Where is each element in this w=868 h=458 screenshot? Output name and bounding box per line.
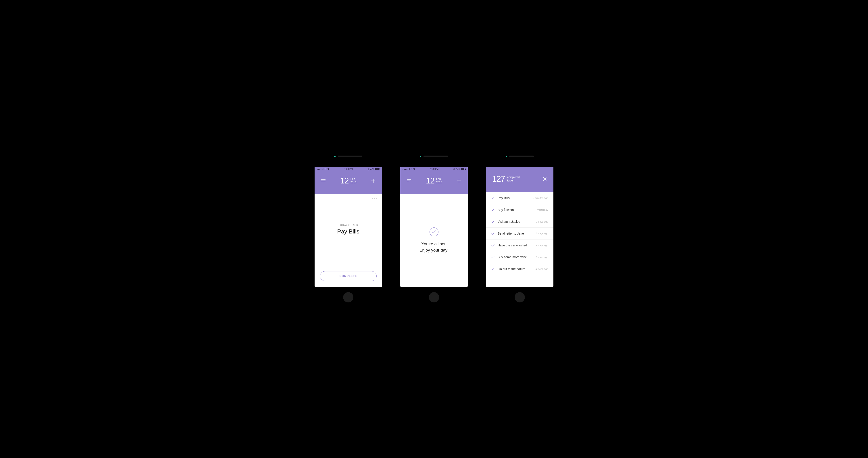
all-set-message: You're all set. Enjoy your day! xyxy=(420,241,449,253)
phone-top-hardware xyxy=(506,156,534,157)
home-button[interactable] xyxy=(343,292,353,302)
completed-count-display: 127 completed tasks xyxy=(492,174,520,184)
bluetooth-icon xyxy=(454,168,455,170)
check-icon xyxy=(491,221,495,223)
completed-task-row[interactable]: Buy flowersyesterday xyxy=(486,204,553,216)
camera-dot xyxy=(420,156,421,157)
check-circle-icon xyxy=(430,227,438,236)
status-time: 1:20 PM xyxy=(430,168,438,170)
status-bar: FB 1:20 PM 77% xyxy=(400,167,468,171)
battery-icon xyxy=(461,168,465,170)
completed-list[interactable]: Pay Bills5 minutes agoBuy flowersyesterd… xyxy=(486,192,553,287)
speaker-slot xyxy=(338,156,362,157)
completed-task-row[interactable]: Visit aunt Jackie2 days ago xyxy=(486,216,553,228)
today-task-body: TODAY'S TASK Pay Bills COMPLETE xyxy=(315,194,382,287)
task-content: TODAY'S TASK Pay Bills xyxy=(315,187,382,271)
add-task-button[interactable] xyxy=(457,178,461,183)
check-icon xyxy=(491,256,495,258)
all-set-line1: You're all set. xyxy=(420,241,449,247)
completed-task-row[interactable]: Send letter to Jane3 days ago xyxy=(486,228,553,239)
completed-task-name: Buy flowers xyxy=(498,208,537,211)
header-main: 12 Feb 2016 xyxy=(400,171,468,194)
date-display: 12 Feb 2016 xyxy=(426,176,442,186)
completed-task-name: Have the car washed xyxy=(498,243,536,247)
camera-dot xyxy=(506,156,507,157)
sort-icon[interactable] xyxy=(407,178,411,183)
phone-top-hardware xyxy=(420,156,448,157)
wifi-icon xyxy=(327,168,330,170)
camera-dot xyxy=(334,156,336,157)
completed-task-time: yesterday xyxy=(537,208,548,211)
completed-task-row[interactable]: Pay Bills5 minutes ago xyxy=(486,192,553,204)
completed-task-time: 2 days ago xyxy=(536,220,548,223)
check-icon xyxy=(491,268,495,270)
phone-mockup-2: FB 1:20 PM 77% 12 Feb 201 xyxy=(397,156,471,302)
completed-task-time: 5 days ago xyxy=(536,256,548,258)
menu-icon[interactable] xyxy=(321,178,326,183)
date-month: Feb xyxy=(350,177,356,181)
battery-percent: 77% xyxy=(370,168,374,170)
completed-label-2: tasks xyxy=(507,179,520,182)
battery-percent: 77% xyxy=(456,168,460,170)
completed-task-name: Visit aunt Jackie xyxy=(498,220,536,223)
task-section-label: TODAY'S TASK xyxy=(338,224,358,226)
completed-task-name: Buy some more wine xyxy=(498,255,536,259)
completed-task-time: 3 days ago xyxy=(536,232,548,235)
date-year: 2016 xyxy=(436,181,442,184)
status-right: 77% xyxy=(368,168,380,170)
phone-mockup-3: 127 completed tasks Pay Bills5 minutes a… xyxy=(483,156,556,302)
complete-button-label: COMPLETE xyxy=(340,274,357,277)
app-header: 127 completed tasks xyxy=(486,167,553,192)
completed-task-name: Pay Bills xyxy=(498,196,533,200)
more-icon[interactable] xyxy=(372,198,377,199)
check-icon xyxy=(491,197,495,199)
close-button[interactable] xyxy=(542,176,547,182)
completed-task-time: 4 days ago xyxy=(536,244,548,247)
status-left: FB xyxy=(403,168,415,170)
phone-mockup-1: FB 1:20 PM 77% 12 Feb 201 xyxy=(312,156,385,302)
all-set-line2: Enjoy your day! xyxy=(420,247,449,253)
carrier-label: FB xyxy=(409,168,412,170)
phone-top-hardware xyxy=(334,156,362,157)
date-month: Feb xyxy=(436,177,442,181)
completed-label-1: completed xyxy=(507,176,520,179)
home-button[interactable] xyxy=(429,292,439,302)
completed-task-row[interactable]: Go out to the naturea week ago xyxy=(486,263,553,275)
battery-icon xyxy=(375,168,380,170)
status-time: 1:20 PM xyxy=(344,168,353,170)
completed-task-name: Go out to the nature xyxy=(498,267,535,271)
completed-task-row[interactable]: Buy some more wine5 days ago xyxy=(486,251,553,263)
completed-task-name: Send letter to Jane xyxy=(498,232,536,235)
screen-completed-list: 127 completed tasks Pay Bills5 minutes a… xyxy=(486,167,553,287)
home-button[interactable] xyxy=(515,292,525,302)
all-set-body: You're all set. Enjoy your day! xyxy=(400,194,468,287)
task-title: Pay Bills xyxy=(337,228,360,235)
signal-icon xyxy=(317,169,322,170)
check-icon xyxy=(491,244,495,247)
check-icon xyxy=(491,232,495,235)
completed-task-time: a week ago xyxy=(535,268,548,270)
completed-task-time: 5 minutes ago xyxy=(533,197,548,199)
app-header: FB 1:20 PM 77% 12 Feb 201 xyxy=(400,167,468,194)
status-left: FB xyxy=(317,168,330,170)
check-icon xyxy=(491,209,495,211)
complete-button[interactable]: COMPLETE xyxy=(320,271,377,281)
speaker-slot xyxy=(509,156,534,157)
header-main: 127 completed tasks xyxy=(486,167,553,192)
screen-today-task: FB 1:20 PM 77% 12 Feb 201 xyxy=(315,167,382,287)
wifi-icon xyxy=(413,168,415,170)
carrier-label: FB xyxy=(323,168,327,170)
bluetooth-icon xyxy=(368,168,369,170)
signal-icon xyxy=(403,169,408,170)
date-year: 2016 xyxy=(350,181,356,184)
status-bar: FB 1:20 PM 77% xyxy=(315,167,382,171)
date-day: 12 xyxy=(426,176,434,186)
add-task-button[interactable] xyxy=(371,178,376,183)
status-right: 77% xyxy=(454,168,465,170)
screen-all-set: FB 1:20 PM 77% 12 Feb 201 xyxy=(400,167,468,287)
date-display: 12 Feb 2016 xyxy=(340,176,356,186)
completed-task-row[interactable]: Have the car washed4 days ago xyxy=(486,239,553,251)
date-day: 12 xyxy=(340,176,349,186)
speaker-slot xyxy=(424,156,448,157)
completed-count: 127 xyxy=(492,174,505,184)
